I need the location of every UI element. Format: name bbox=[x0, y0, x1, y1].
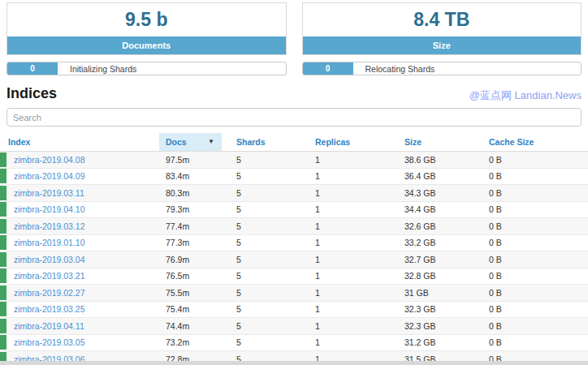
index-cell: zimbra-2019.04.10 bbox=[0, 202, 159, 218]
docs-cell: 75.5m bbox=[159, 288, 230, 298]
relocating-shards-count: 0 bbox=[303, 62, 353, 75]
index-link[interactable]: zimbra-2019.03.05 bbox=[14, 337, 85, 347]
docs-cell: 79.3m bbox=[159, 204, 230, 214]
docs-cell: 77.3m bbox=[159, 238, 230, 247]
replicas-cell: 1 bbox=[309, 155, 398, 165]
index-health-indicator bbox=[0, 319, 6, 333]
replicas-cell: 1 bbox=[309, 188, 398, 198]
relocating-shards-bar: 0 Relocating Shards bbox=[302, 62, 582, 75]
table-row: zimbra-2019.02.2775.5m5131 GB0 B bbox=[0, 285, 588, 302]
indices-table-header: Index Docs ▼ Shards Replicas Size Cache … bbox=[0, 133, 588, 152]
size-cell: 32.3 GB bbox=[398, 321, 482, 331]
indices-title: Indices bbox=[6, 86, 57, 101]
size-cell: 32.8 GB bbox=[398, 271, 482, 281]
bottom-cut-strip bbox=[0, 361, 588, 365]
index-link[interactable]: zimbra-2019.04.10 bbox=[14, 204, 85, 214]
shards-cell: 5 bbox=[230, 337, 309, 347]
table-row: zimbra-2019.03.2176.5m5132.8 GB0 B bbox=[0, 268, 588, 286]
indices-section-head: Indices @蓝点网 Landian.News bbox=[0, 75, 588, 108]
replicas-cell: 1 bbox=[309, 321, 398, 331]
docs-cell: 73.2m bbox=[159, 337, 230, 347]
index-health-indicator bbox=[0, 152, 6, 167]
table-row: zimbra-2019.04.0897.5m5138.6 GB0 B bbox=[0, 152, 588, 169]
cache-size-cell: 0 B bbox=[482, 288, 588, 298]
replicas-cell: 1 bbox=[309, 255, 398, 264]
docs-cell: 75.4m bbox=[159, 304, 230, 314]
indices-table-body: zimbra-2019.04.0897.5m5138.6 GB0 Bzimbra… bbox=[0, 152, 588, 365]
indices-table: Index Docs ▼ Shards Replicas Size Cache … bbox=[0, 133, 588, 365]
replicas-cell: 1 bbox=[309, 288, 398, 298]
index-link[interactable]: zimbra-2019.02.27 bbox=[14, 288, 85, 298]
cache-size-cell: 0 B bbox=[482, 337, 588, 347]
docs-cell: 80.3m bbox=[159, 188, 230, 198]
index-cell: zimbra-2019.03.25 bbox=[0, 302, 159, 318]
cache-size-cell: 0 B bbox=[482, 221, 588, 231]
table-row: zimbra-2019.03.2575.4m5132.3 GB0 B bbox=[0, 302, 588, 319]
table-row: zimbra-2019.01.1077.3m5133.2 GB0 B bbox=[0, 235, 588, 252]
size-cell: 31.2 GB bbox=[398, 337, 482, 347]
table-row: zimbra-2019.04.1174.4m5132.3 GB0 B bbox=[0, 318, 588, 335]
shards-cell: 5 bbox=[230, 238, 309, 247]
column-header-docs-label: Docs bbox=[166, 137, 187, 147]
index-link[interactable]: zimbra-2019.03.11 bbox=[14, 188, 84, 198]
index-link[interactable]: zimbra-2019.03.25 bbox=[14, 304, 85, 314]
index-cell: zimbra-2019.03.11 bbox=[0, 185, 159, 201]
index-health-indicator bbox=[0, 169, 6, 183]
size-cell: 38.6 GB bbox=[398, 155, 482, 165]
column-header-index[interactable]: Index bbox=[0, 137, 159, 147]
docs-cell: 77.4m bbox=[159, 221, 230, 231]
replicas-cell: 1 bbox=[309, 337, 398, 347]
size-value: 8.4 TB bbox=[303, 3, 582, 36]
table-row: zimbra-2019.04.1079.3m5134.4 GB0 B bbox=[0, 202, 588, 219]
index-health-indicator bbox=[0, 186, 6, 200]
index-link[interactable]: zimbra-2019.03.21 bbox=[14, 271, 85, 281]
index-link[interactable]: zimbra-2019.04.09 bbox=[14, 171, 85, 181]
index-cell: zimbra-2019.01.10 bbox=[0, 235, 159, 251]
shards-cell: 5 bbox=[230, 204, 309, 214]
index-health-indicator bbox=[0, 286, 6, 300]
cache-size-cell: 0 B bbox=[482, 188, 588, 198]
index-health-indicator bbox=[0, 252, 6, 267]
column-header-shards[interactable]: Shards bbox=[230, 137, 309, 147]
docs-cell: 74.4m bbox=[159, 321, 230, 331]
cache-size-cell: 0 B bbox=[482, 204, 588, 214]
cache-size-cell: 0 B bbox=[482, 171, 588, 181]
index-cell: zimbra-2019.03.04 bbox=[0, 251, 159, 268]
size-cell: 31 GB bbox=[398, 288, 482, 298]
index-link[interactable]: zimbra-2019.04.11 bbox=[14, 321, 84, 331]
shards-cell: 5 bbox=[230, 188, 309, 198]
size-cell: 32.7 GB bbox=[398, 255, 482, 264]
column-header-docs[interactable]: Docs ▼ bbox=[159, 133, 222, 151]
size-cell: 34.4 GB bbox=[398, 204, 482, 214]
relocating-shards-label: Relocating Shards bbox=[365, 64, 435, 74]
docs-cell: 76.9m bbox=[159, 255, 230, 264]
cache-size-cell: 0 B bbox=[482, 155, 588, 165]
watermark-text: @蓝点网 Landian.News bbox=[469, 90, 582, 101]
size-cell: 33.2 GB bbox=[398, 238, 482, 247]
index-link[interactable]: zimbra-2019.04.08 bbox=[14, 155, 85, 165]
index-health-indicator bbox=[0, 302, 6, 316]
index-cell: zimbra-2019.04.08 bbox=[0, 152, 159, 168]
shards-cell: 5 bbox=[230, 271, 309, 281]
docs-cell: 83.4m bbox=[159, 171, 230, 181]
sort-caret-icon: ▼ bbox=[208, 139, 214, 145]
table-row: zimbra-2019.04.0983.4m5136.4 GB0 B bbox=[0, 169, 588, 186]
search-input[interactable] bbox=[6, 108, 582, 127]
index-cell: zimbra-2019.03.05 bbox=[0, 335, 159, 351]
index-link[interactable]: zimbra-2019.01.10 bbox=[14, 238, 85, 247]
replicas-cell: 1 bbox=[309, 204, 398, 214]
cache-size-cell: 0 B bbox=[482, 238, 588, 247]
documents-card-label: Documents bbox=[7, 36, 286, 54]
column-header-replicas[interactable]: Replicas bbox=[309, 137, 398, 147]
shards-cell: 5 bbox=[230, 304, 309, 314]
table-row: zimbra-2019.03.1277.4m5132.6 GB0 B bbox=[0, 218, 588, 235]
index-health-indicator bbox=[0, 335, 6, 350]
column-header-size[interactable]: Size bbox=[398, 137, 482, 147]
size-cell: 36.4 GB bbox=[398, 171, 482, 181]
column-header-cache-size[interactable]: Cache Size bbox=[482, 137, 588, 147]
index-link[interactable]: zimbra-2019.03.04 bbox=[14, 255, 85, 264]
index-link[interactable]: zimbra-2019.03.12 bbox=[14, 221, 85, 231]
index-cell: zimbra-2019.04.11 bbox=[0, 318, 159, 334]
search-container bbox=[0, 108, 588, 127]
size-card: 8.4 TB Size bbox=[302, 2, 582, 55]
